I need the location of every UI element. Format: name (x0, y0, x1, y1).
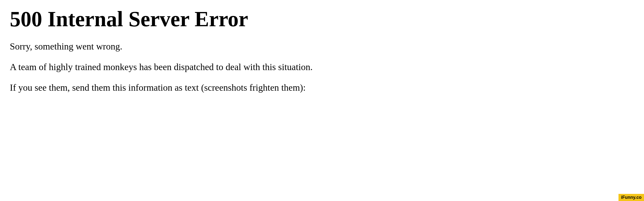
error-subtitle: Sorry, something went wrong. (10, 41, 378, 52)
error-instruction: If you see them, send them this informat… (10, 82, 378, 93)
error-page: 500 Internal Server Error Sorry, somethi… (10, 7, 378, 93)
watermark: iFunny.co (618, 194, 644, 201)
error-title: 500 Internal Server Error (10, 7, 378, 31)
error-detail: A team of highly trained monkeys has bee… (10, 62, 378, 72)
